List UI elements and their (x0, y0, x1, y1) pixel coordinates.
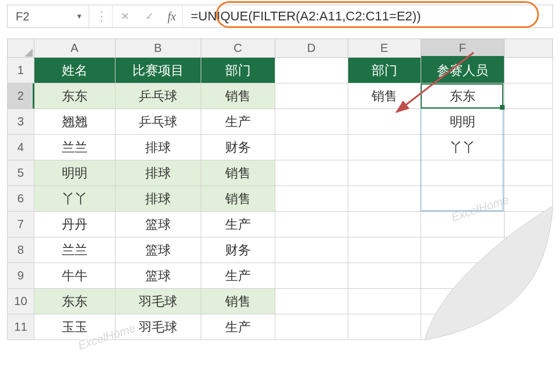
row-header[interactable]: 8 (8, 237, 34, 263)
cell-C8[interactable]: 财务 (201, 237, 275, 263)
row-header[interactable]: 5 (8, 160, 34, 186)
cell-D7[interactable] (275, 212, 348, 237)
cell-G3[interactable] (504, 109, 552, 135)
cell-A2[interactable]: 东东 (34, 83, 115, 109)
row-header[interactable]: 7 (8, 212, 34, 237)
cell-C1[interactable]: 部门 (201, 58, 275, 83)
cell-B2[interactable]: 乒乓球 (115, 83, 201, 109)
cell-D2[interactable] (275, 83, 348, 109)
cell-G6[interactable] (504, 186, 552, 212)
cell-A11[interactable]: 玉玉 (34, 314, 115, 340)
cell-B7[interactable]: 篮球 (115, 212, 201, 237)
cell-E1[interactable]: 部门 (348, 58, 421, 83)
cell-F8[interactable] (421, 237, 504, 263)
cell-D4[interactable] (275, 135, 348, 160)
cell-G11[interactable] (504, 314, 552, 340)
formula-input[interactable]: =UNIQUE(FILTER(A2:A11,C2:C11=E2)) (183, 5, 552, 27)
cell-G8[interactable] (504, 237, 552, 263)
row-header[interactable]: 3 (8, 109, 34, 135)
cell-E11[interactable] (348, 314, 421, 340)
cell-B9[interactable]: 篮球 (115, 263, 201, 289)
cell-D10[interactable] (275, 289, 348, 314)
cell-G5[interactable] (504, 160, 552, 186)
cell-E2[interactable]: 销售 (348, 83, 421, 109)
cell-A1[interactable]: 姓名 (34, 58, 115, 83)
cell-A5[interactable]: 明明 (34, 160, 115, 186)
cell-E10[interactable] (348, 289, 421, 314)
cell-A7[interactable]: 丹丹 (34, 212, 115, 237)
cell-B6[interactable]: 排球 (115, 186, 201, 212)
cancel-icon[interactable]: ✕ (113, 5, 137, 27)
row-header[interactable]: 9 (8, 263, 34, 289)
cell-D6[interactable] (275, 186, 348, 212)
row-header[interactable]: 1 (8, 58, 34, 83)
cell-A8[interactable]: 兰兰 (34, 237, 115, 263)
cell-E8[interactable] (348, 237, 421, 263)
cell-F9[interactable] (421, 263, 504, 289)
cell-B3[interactable]: 乒乓球 (115, 109, 201, 135)
cell-C7[interactable]: 生产 (201, 212, 275, 237)
cell-C5[interactable]: 销售 (201, 160, 275, 186)
col-header-A[interactable]: A (34, 39, 115, 58)
col-header-C[interactable]: C (201, 39, 275, 58)
cell-E6[interactable] (348, 186, 421, 212)
cell-C9[interactable]: 生产 (201, 263, 275, 289)
cell-A6[interactable]: 丫丫 (34, 186, 115, 212)
enter-check-icon[interactable]: ✓ (137, 5, 162, 27)
row-header[interactable]: 4 (8, 135, 34, 160)
cell-E4[interactable] (348, 135, 421, 160)
col-header-B[interactable]: B (115, 39, 201, 58)
cell-D11[interactable] (275, 314, 348, 340)
fx-icon[interactable]: fx (162, 5, 183, 27)
cell-D8[interactable] (275, 237, 348, 263)
cell-G7[interactable] (504, 212, 552, 237)
cell-F10[interactable] (421, 289, 504, 314)
cell-A4[interactable]: 兰兰 (34, 135, 115, 160)
cell-D1[interactable] (275, 58, 348, 83)
col-header-D[interactable]: D (275, 39, 348, 58)
cell-C6[interactable]: 销售 (201, 186, 275, 212)
cell-A10[interactable]: 东东 (34, 289, 115, 314)
cell-B8[interactable]: 篮球 (115, 237, 201, 263)
row-header[interactable]: 11 (8, 314, 34, 340)
cell-E9[interactable] (348, 263, 421, 289)
cell-C10[interactable]: 销售 (201, 289, 275, 314)
cell-B5[interactable]: 排球 (115, 160, 201, 186)
cell-D9[interactable] (275, 263, 348, 289)
col-header-E[interactable]: E (348, 39, 421, 58)
cell-G4[interactable] (504, 135, 552, 160)
cell-D5[interactable] (275, 160, 348, 186)
cell-F3[interactable]: 明明 (421, 109, 504, 135)
col-header-F[interactable]: F (421, 39, 504, 58)
cell-C11[interactable]: 生产 (201, 314, 275, 340)
cell-C3[interactable]: 生产 (201, 109, 275, 135)
cell-B1[interactable]: 比赛项目 (115, 58, 201, 83)
col-header-G[interactable] (504, 39, 552, 58)
cell-F2[interactable]: 东东 (421, 83, 504, 109)
cell-G10[interactable] (504, 289, 552, 314)
chevron-down-icon[interactable]: ▼ (76, 12, 83, 20)
cell-A3[interactable]: 翘翘 (34, 109, 115, 135)
cell-C2[interactable]: 销售 (201, 83, 275, 109)
cell-B4[interactable]: 排球 (115, 135, 201, 160)
name-box[interactable]: F2 ▼ (8, 5, 89, 27)
cell-C4[interactable]: 财务 (201, 135, 275, 160)
cell-B10[interactable]: 羽毛球 (115, 289, 201, 314)
cell-A9[interactable]: 牛牛 (34, 263, 115, 289)
cell-G1[interactable] (504, 58, 552, 83)
select-all-corner[interactable] (8, 39, 34, 58)
cell-E7[interactable] (348, 212, 421, 237)
row-header[interactable]: 10 (8, 289, 34, 314)
cell-F6[interactable] (421, 186, 504, 212)
cell-G9[interactable] (504, 263, 552, 289)
cell-E3[interactable] (348, 109, 421, 135)
cell-F7[interactable] (421, 212, 504, 237)
row-header[interactable]: 6 (8, 186, 34, 212)
cell-B11[interactable]: 羽毛球 (115, 314, 201, 340)
row-header[interactable]: 2 (8, 83, 34, 109)
cell-F5[interactable] (421, 160, 504, 186)
cell-F4[interactable]: 丫丫 (421, 135, 504, 160)
cell-F11[interactable] (421, 314, 504, 340)
cell-F1[interactable]: 参赛人员 (421, 58, 504, 83)
cell-E5[interactable] (348, 160, 421, 186)
